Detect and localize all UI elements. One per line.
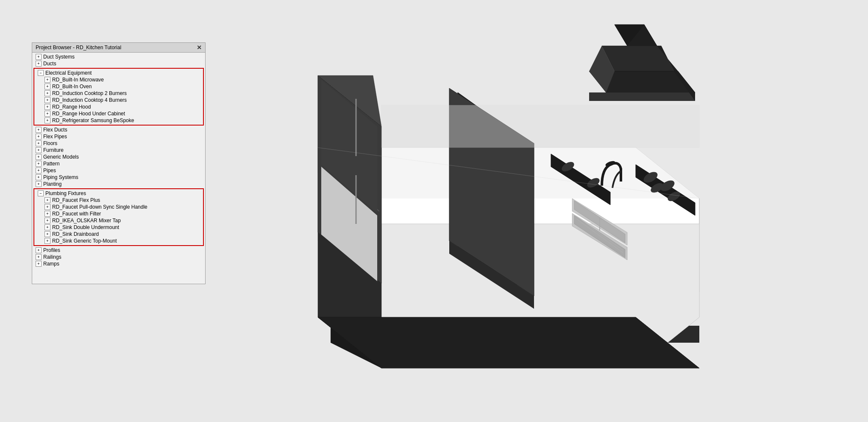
tree-item-label: Electrical Equipment xyxy=(45,70,92,76)
tree-item-label: RD_Faucet Pull-down Sync Single Handle xyxy=(52,204,147,210)
expand-icon[interactable] xyxy=(36,61,42,67)
expand-icon[interactable] xyxy=(36,54,42,60)
tree-item-label: RD_IKEA_OLSKAR Mixer Tap xyxy=(52,218,121,224)
project-browser-panel: Project Browser - RD_Kitchen Tutorial ✕ … xyxy=(32,42,206,284)
tree-item-label: Pattern xyxy=(43,161,60,167)
expand-icon[interactable] xyxy=(36,147,42,153)
tree-item-label: Profiles xyxy=(43,247,60,253)
tree-item-label: Furniture xyxy=(43,147,64,153)
tree-item-built-in-microwave[interactable]: RD_Built-In Microwave xyxy=(34,76,203,83)
tree-item-pipes[interactable]: Pipes xyxy=(32,167,205,174)
tree-item-label: RD_Induction Cooktop 2 Burners xyxy=(52,90,127,96)
tree-item-duct-systems[interactable]: Duct Systems xyxy=(32,53,205,60)
close-button[interactable]: ✕ xyxy=(197,45,202,50)
tree-item-induction-cooktop-4[interactable]: RD_Induction Cooktop 4 Burners xyxy=(34,97,203,103)
svg-marker-29 xyxy=(589,92,695,101)
expand-icon[interactable] xyxy=(45,204,50,210)
tree-item-generic-models[interactable]: Generic Models xyxy=(32,154,205,160)
expand-icon[interactable] xyxy=(36,140,42,146)
tree-item-plumbing-fixtures[interactable]: Plumbing Fixtures xyxy=(34,190,203,197)
expand-icon[interactable] xyxy=(36,181,42,187)
tree-item-label: Flex Ducts xyxy=(43,127,67,133)
tree-item-label: RD_Built-In Oven xyxy=(52,84,92,89)
tree-item-sink-drainboard[interactable]: RD_Sink Drainboard xyxy=(34,231,203,238)
expand-icon[interactable] xyxy=(45,77,50,83)
collapse-icon[interactable] xyxy=(38,70,44,76)
tree-item-faucet-filter[interactable]: RD_Faucet with Filter xyxy=(34,210,203,217)
tree-item-ramps[interactable]: Ramps xyxy=(32,260,205,267)
tree-item-ikea-olskar[interactable]: RD_IKEA_OLSKAR Mixer Tap xyxy=(34,217,203,224)
tree-item-label: Floors xyxy=(43,140,57,146)
tree-container[interactable]: Duct SystemsDuctsElectrical EquipmentRD_… xyxy=(32,53,205,284)
tree-item-ducts[interactable]: Ducts xyxy=(32,60,205,67)
expand-icon[interactable] xyxy=(36,254,42,260)
highlighted-section-plumbing-fixtures: Plumbing FixturesRD_Faucet Flex PlusRD_F… xyxy=(33,188,204,246)
highlighted-section-electrical-equipment: Electrical EquipmentRD_Built-In Microwav… xyxy=(33,68,204,126)
expand-icon[interactable] xyxy=(45,238,50,244)
tree-item-label: RD_Faucet with Filter xyxy=(52,211,101,217)
panel-title-bar: Project Browser - RD_Kitchen Tutorial ✕ xyxy=(32,43,205,53)
tree-item-pattern[interactable]: Pattern xyxy=(32,160,205,167)
expand-icon[interactable] xyxy=(45,218,50,224)
tree-item-railings[interactable]: Railings xyxy=(32,254,205,260)
panel-title: Project Browser - RD_Kitchen Tutorial xyxy=(36,45,121,50)
expand-icon[interactable] xyxy=(36,247,42,253)
expand-icon[interactable] xyxy=(45,90,50,96)
tree-item-built-in-oven[interactable]: RD_Built-In Oven xyxy=(34,83,203,90)
tree-item-label: Railings xyxy=(43,254,61,260)
tree-item-label: RD_Induction Cooktop 4 Burners xyxy=(52,97,127,103)
tree-item-flex-ducts[interactable]: Flex Ducts xyxy=(32,126,205,133)
svg-marker-53 xyxy=(318,317,699,368)
expand-icon[interactable] xyxy=(45,97,50,103)
tree-item-label: Ramps xyxy=(43,261,59,267)
tree-item-label: RD_Refrigerator Samsung BeSpoke xyxy=(52,117,134,123)
tree-item-label: Planting xyxy=(43,181,61,187)
tree-item-label: RD_Faucet Flex Plus xyxy=(52,197,100,203)
tree-item-label: Piping Systems xyxy=(43,174,78,180)
collapse-icon[interactable] xyxy=(38,190,44,196)
expand-icon[interactable] xyxy=(45,231,50,237)
tree-item-label: RD_Range Hood xyxy=(52,104,91,110)
tree-item-electrical-equipment[interactable]: Electrical Equipment xyxy=(34,70,203,76)
tree-item-induction-cooktop-2[interactable]: RD_Induction Cooktop 2 Burners xyxy=(34,90,203,97)
expand-icon[interactable] xyxy=(45,117,50,123)
tree-item-label: RD_Sink Double Undermount xyxy=(52,224,119,230)
tree-item-profiles[interactable]: Profiles xyxy=(32,247,205,254)
tree-item-refrigerator[interactable]: RD_Refrigerator Samsung BeSpoke xyxy=(34,117,203,124)
tree-item-label: Ducts xyxy=(43,61,56,67)
expand-icon[interactable] xyxy=(36,261,42,267)
tree-item-piping-systems[interactable]: Piping Systems xyxy=(32,174,205,181)
tree-item-flex-pipes[interactable]: Flex Pipes xyxy=(32,133,205,140)
tree-item-furniture[interactable]: Furniture xyxy=(32,147,205,154)
expand-icon[interactable] xyxy=(36,174,42,180)
svg-marker-50 xyxy=(381,105,699,148)
tree-item-planting[interactable]: Planting xyxy=(32,181,205,187)
expand-icon[interactable] xyxy=(45,197,50,203)
tree-item-faucet-flex-plus[interactable]: RD_Faucet Flex Plus xyxy=(34,197,203,204)
expand-icon[interactable] xyxy=(36,134,42,140)
tree-item-range-hood-cabinet[interactable]: RD_Range Hood Under Cabinet xyxy=(34,110,203,117)
tree-item-label: Generic Models xyxy=(43,154,79,160)
expand-icon[interactable] xyxy=(45,84,50,89)
tree-item-label: RD_Range Hood Under Cabinet xyxy=(52,111,125,117)
tree-item-faucet-pull-down[interactable]: RD_Faucet Pull-down Sync Single Handle xyxy=(34,204,203,210)
tree-item-label: RD_Built-In Microwave xyxy=(52,77,104,83)
expand-icon[interactable] xyxy=(45,104,50,110)
tree-item-label: Pipes xyxy=(43,168,56,173)
tree-item-range-hood[interactable]: RD_Range Hood xyxy=(34,103,203,110)
expand-icon[interactable] xyxy=(45,111,50,117)
tree-item-label: Flex Pipes xyxy=(43,134,67,140)
expand-icon[interactable] xyxy=(36,161,42,167)
kitchen-3d-view xyxy=(233,8,848,414)
tree-item-label: Duct Systems xyxy=(43,54,75,60)
expand-icon[interactable] xyxy=(45,224,50,230)
expand-icon[interactable] xyxy=(36,154,42,160)
tree-item-floors[interactable]: Floors xyxy=(32,140,205,147)
tree-item-sink-generic[interactable]: RD_Sink Generic Top-Mount xyxy=(34,238,203,244)
tree-item-label: RD_Sink Drainboard xyxy=(52,231,99,237)
expand-icon[interactable] xyxy=(36,168,42,173)
tree-item-label: RD_Sink Generic Top-Mount xyxy=(52,238,117,244)
tree-item-sink-double[interactable]: RD_Sink Double Undermount xyxy=(34,224,203,231)
expand-icon[interactable] xyxy=(45,211,50,217)
expand-icon[interactable] xyxy=(36,127,42,133)
